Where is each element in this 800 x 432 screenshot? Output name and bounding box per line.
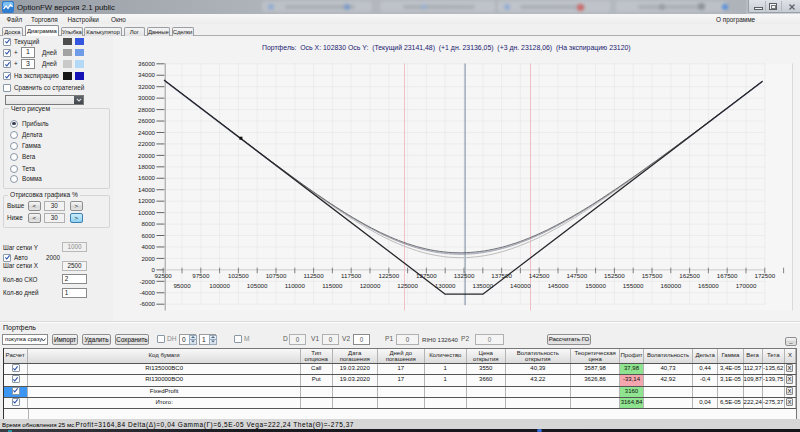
svg-text:160000: 160000 <box>660 282 681 289</box>
svg-text:155000: 155000 <box>623 282 644 289</box>
svg-text:165000: 165000 <box>698 282 719 289</box>
svg-text:14000: 14000 <box>138 186 156 193</box>
svg-text:16000: 16000 <box>138 174 156 181</box>
svg-text:97500: 97500 <box>192 272 210 279</box>
svg-text:28000: 28000 <box>138 106 156 113</box>
svg-text:32000: 32000 <box>138 83 156 90</box>
svg-text:130000: 130000 <box>435 282 456 289</box>
svg-text:117500: 117500 <box>341 272 362 279</box>
svg-text:10000: 10000 <box>138 209 156 216</box>
svg-text:8000: 8000 <box>141 220 155 227</box>
svg-text:12000: 12000 <box>138 197 156 204</box>
svg-text:112500: 112500 <box>304 272 325 279</box>
svg-text:125000: 125000 <box>397 282 418 289</box>
svg-text:167500: 167500 <box>717 272 738 279</box>
svg-text:122500: 122500 <box>378 272 399 279</box>
svg-text:110000: 110000 <box>285 282 306 289</box>
svg-text:105000: 105000 <box>247 282 268 289</box>
svg-text:-4000: -4000 <box>139 289 155 296</box>
svg-text:4000: 4000 <box>141 243 155 250</box>
svg-text:95000: 95000 <box>173 282 191 289</box>
svg-text:142500: 142500 <box>529 272 550 279</box>
svg-text:22000: 22000 <box>138 140 156 147</box>
svg-text:107500: 107500 <box>266 272 287 279</box>
svg-text:152500: 152500 <box>604 272 625 279</box>
svg-text:2000: 2000 <box>141 255 155 262</box>
svg-text:34000: 34000 <box>138 71 156 78</box>
svg-text:172500: 172500 <box>754 272 775 279</box>
svg-text:170000: 170000 <box>736 282 757 289</box>
svg-text:157500: 157500 <box>642 272 663 279</box>
svg-text:100000: 100000 <box>209 282 230 289</box>
svg-text:102500: 102500 <box>228 272 249 279</box>
svg-text:18000: 18000 <box>138 163 156 170</box>
svg-text:30000: 30000 <box>138 94 156 101</box>
svg-text:150000: 150000 <box>585 282 606 289</box>
svg-text:24000: 24000 <box>138 129 156 136</box>
svg-text:36000: 36000 <box>138 60 156 67</box>
svg-text:115000: 115000 <box>322 282 343 289</box>
svg-text:92500: 92500 <box>155 272 173 279</box>
svg-text:145000: 145000 <box>548 282 569 289</box>
svg-text:140000: 140000 <box>510 282 531 289</box>
svg-text:120000: 120000 <box>360 282 381 289</box>
svg-text:162500: 162500 <box>679 272 700 279</box>
svg-text:-6000: -6000 <box>139 300 155 307</box>
svg-text:132500: 132500 <box>454 272 475 279</box>
svg-text:26000: 26000 <box>138 117 156 124</box>
svg-text:6000: 6000 <box>141 232 155 239</box>
svg-text:20000: 20000 <box>138 152 156 159</box>
svg-text:147500: 147500 <box>566 272 587 279</box>
svg-text:127500: 127500 <box>416 272 437 279</box>
svg-text:-2000: -2000 <box>139 278 155 285</box>
